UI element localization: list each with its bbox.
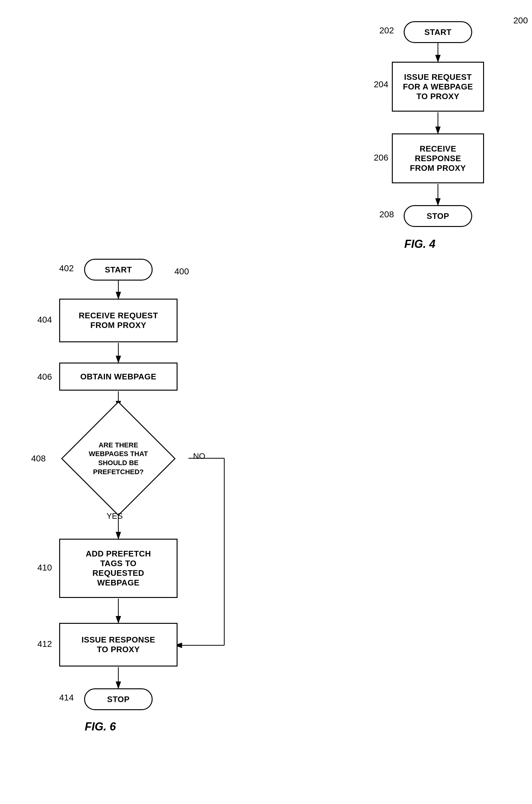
arrows-svg bbox=[0, 0, 532, 804]
fig6-step410-node: ADD PREFETCH TAGS TO REQUESTED WEBPAGE bbox=[59, 539, 177, 598]
fig4-204-label: 204 bbox=[374, 79, 388, 90]
fig6-402-label: 402 bbox=[59, 263, 74, 273]
fig4-step206-node: RECEIVE RESPONSE FROM PROXY bbox=[392, 133, 484, 183]
fig6-step412-node: ISSUE RESPONSE TO PROXY bbox=[59, 623, 177, 666]
fig4-208-label: 208 bbox=[379, 209, 394, 219]
fig6-step406-node: OBTAIN WEBPAGE bbox=[59, 363, 177, 390]
fig4-step204-node: ISSUE REQUEST FOR A WEBPAGE TO PROXY bbox=[392, 62, 484, 112]
fig6-no-label: NO bbox=[193, 452, 205, 461]
fig6-start-node: START bbox=[84, 259, 153, 280]
fig6-caption: FIG. 6 bbox=[85, 720, 116, 733]
fig6-step404-node: RECEIVE REQUEST FROM PROXY bbox=[59, 299, 177, 342]
fig6-yes-label: YES bbox=[107, 511, 123, 521]
fig4-caption: FIG. 4 bbox=[404, 238, 435, 251]
fig4-206-label: 206 bbox=[374, 153, 388, 163]
fig6-410-label: 410 bbox=[37, 563, 52, 573]
fig4-start-node: START bbox=[404, 21, 472, 43]
fig6-412-label: 412 bbox=[37, 639, 52, 649]
fig4-stop-node: STOP bbox=[404, 205, 472, 227]
fig6-408-label: 408 bbox=[31, 454, 46, 463]
fig4-202-label: 202 bbox=[379, 25, 394, 36]
fig6-stop-node: STOP bbox=[84, 688, 153, 710]
fig6-main-label: 400 bbox=[174, 267, 189, 276]
diagram-container: 200 START 202 ISSUE REQUEST FOR A WEBPAG… bbox=[0, 0, 532, 804]
fig6-414-label: 414 bbox=[59, 693, 74, 703]
fig6-404-label: 404 bbox=[37, 315, 52, 325]
fig6-406-label: 406 bbox=[37, 372, 52, 382]
fig6-diamond408-wrap: ARE THERE WEBPAGES THAT SHOULD BE PREFET… bbox=[48, 408, 189, 509]
fig4-main-label: 200 bbox=[513, 16, 528, 25]
fig6-diamond408-text: ARE THERE WEBPAGES THAT SHOULD BE PREFET… bbox=[81, 441, 156, 476]
